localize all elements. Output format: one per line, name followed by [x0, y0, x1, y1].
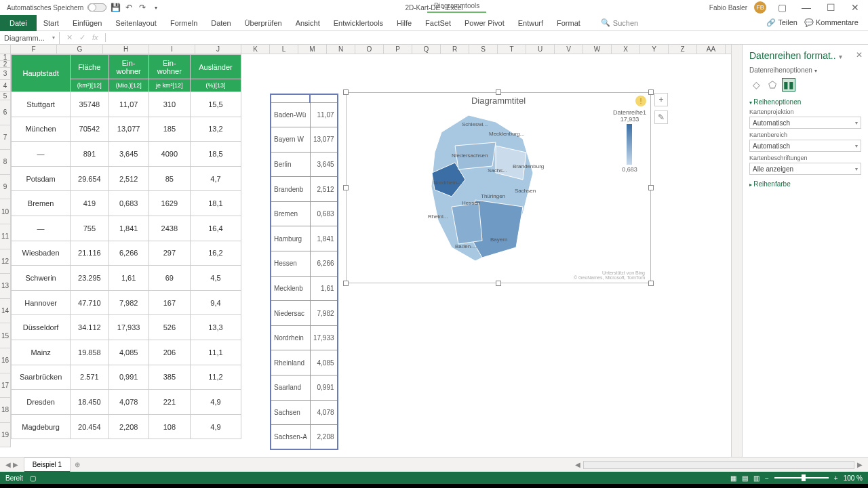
row-header[interactable]: 18 [0, 398, 11, 423]
vertical-scrollbar[interactable] [731, 45, 742, 457]
resize-handle[interactable] [496, 89, 501, 95]
src-label[interactable]: Niedersac [271, 301, 310, 326]
tab-nav-icon[interactable]: ◀ ▶ [0, 461, 24, 468]
table-header[interactable]: Ausländer [190, 55, 241, 79]
table-cell[interactable]: Schwerin [12, 266, 71, 291]
table-cell[interactable]: Mainz [12, 340, 71, 365]
table-cell[interactable]: 69 [149, 266, 190, 291]
col-header[interactable]: U [526, 45, 555, 54]
row-header[interactable]: 14 [0, 299, 11, 324]
src-value[interactable]: 11,07 [310, 102, 337, 127]
section-row-options[interactable]: Reihenoptionen [749, 98, 861, 106]
table-cell[interactable]: 385 [149, 365, 190, 390]
view-normal-icon[interactable]: ▦ [730, 474, 736, 482]
tab-überprüfen[interactable]: Überprüfen [238, 15, 289, 31]
zoom-out-icon[interactable]: − [765, 474, 769, 482]
resize-handle[interactable] [496, 281, 501, 286]
src-value[interactable]: 17,933 [310, 325, 337, 350]
table-cell[interactable]: 13,3 [190, 315, 241, 340]
redo-icon[interactable]: ↷ [138, 3, 147, 12]
src-value[interactable]: 4,085 [310, 350, 337, 375]
table-cell[interactable]: 16,4 [190, 216, 241, 241]
table-cell[interactable]: 23.295 [71, 266, 108, 291]
row-header[interactable]: 9 [0, 175, 11, 200]
src-value[interactable]: 3,645 [310, 152, 337, 177]
chart-warning-icon[interactable]: ! [635, 96, 646, 106]
col-header[interactable]: V [555, 45, 583, 54]
minimize-icon[interactable]: — [797, 2, 815, 13]
table-cell[interactable]: 29.654 [71, 166, 108, 191]
src-value[interactable]: 1,841 [310, 226, 337, 251]
row-header[interactable]: 7 [0, 125, 11, 150]
src-label[interactable]: Rheinland [271, 350, 310, 375]
row-headers[interactable]: 12345678910111213141516171819 [0, 54, 11, 447]
table-cell[interactable]: 206 [149, 340, 190, 365]
table-cell[interactable]: 2438 [149, 216, 190, 241]
resize-handle[interactable] [648, 281, 654, 286]
col-header[interactable]: G [57, 45, 103, 54]
src-label[interactable]: Sachsen [271, 400, 310, 425]
table-cell[interactable]: München [12, 117, 71, 142]
resize-handle[interactable] [648, 185, 654, 190]
src-value[interactable]: 13,077 [310, 127, 337, 152]
context-tab-group[interactable]: Diagrammtools [427, 2, 486, 13]
table-cell[interactable]: Magdeburg [12, 414, 71, 439]
table-cell[interactable]: 167 [149, 290, 190, 315]
col-header[interactable]: F [11, 45, 57, 54]
table-cell[interactable]: 13,2 [190, 117, 241, 142]
table-cell[interactable]: 17,933 [108, 315, 149, 340]
table-cell[interactable]: Dresden [12, 390, 71, 415]
table-cell[interactable]: 4090 [149, 142, 190, 167]
col-header[interactable]: P [384, 45, 412, 54]
src-value[interactable]: 2,208 [310, 425, 337, 450]
tab-entwurf[interactable]: Entwurf [511, 15, 550, 31]
table-cell[interactable]: 13,077 [108, 117, 149, 142]
table-subheader[interactable]: (%)[13] [190, 79, 241, 92]
table-cell[interactable]: 18,5 [190, 142, 241, 167]
table-cell[interactable]: 34.112 [71, 315, 108, 340]
table-cell[interactable]: 47.710 [71, 290, 108, 315]
col-header[interactable]: J [195, 45, 241, 54]
table-cell[interactable]: 185 [149, 117, 190, 142]
macro-record-icon[interactable]: ▢ [30, 474, 36, 482]
table-cell[interactable]: 755 [71, 216, 108, 241]
resize-handle[interactable] [343, 281, 349, 286]
table-cell[interactable]: 7,982 [108, 290, 149, 315]
user-avatar[interactable]: FB [754, 1, 766, 14]
src-value[interactable]: 0,683 [310, 201, 337, 226]
fill-line-icon[interactable]: ◇ [749, 78, 763, 92]
table-cell[interactable]: 2.571 [71, 365, 108, 390]
tab-ansicht[interactable]: Ansicht [289, 15, 327, 31]
horizontal-scrollbar[interactable]: ◀ ▶ [84, 461, 868, 469]
col-header[interactable]: K [241, 45, 270, 54]
src-label[interactable]: Bayern W [271, 127, 310, 152]
table-cell[interactable]: 4,085 [108, 340, 149, 365]
col-header[interactable]: O [355, 45, 384, 54]
name-box[interactable]: Diagramm...▾ [0, 32, 60, 44]
table-cell[interactable]: 0,991 [108, 365, 149, 390]
fx-icon[interactable]: fx [92, 33, 98, 42]
section-row-color[interactable]: Reihenfarbe [749, 180, 861, 188]
table-cell[interactable]: Potsdam [12, 166, 71, 191]
resize-handle[interactable] [648, 89, 654, 95]
tab-seitenlayout[interactable]: Seitenlayout [108, 15, 163, 31]
col-header[interactable]: AA [697, 45, 726, 54]
table-subheader[interactable]: (km²)[12] [71, 79, 108, 92]
table-cell[interactable]: 85 [149, 166, 190, 191]
col-header[interactable]: M [298, 45, 327, 54]
table-cell[interactable]: 21.116 [71, 241, 108, 266]
table-cell[interactable]: 11,07 [108, 92, 149, 117]
zoom-slider[interactable] [774, 477, 829, 479]
table-cell[interactable]: 419 [71, 191, 108, 216]
table-cell[interactable]: 4,078 [108, 390, 149, 415]
table-cell[interactable]: 526 [149, 315, 190, 340]
table-cell[interactable]: 297 [149, 241, 190, 266]
row-header[interactable]: 4 [0, 80, 11, 92]
src-value[interactable]: 6,266 [310, 251, 337, 277]
src-label[interactable]: Berlin [271, 152, 310, 177]
src-label[interactable]: Nordrhein [271, 325, 310, 350]
row-header[interactable]: 5 [0, 92, 11, 100]
chart-elements-icon[interactable]: + [654, 93, 668, 106]
col-header[interactable]: Q [412, 45, 441, 54]
table-cell[interactable]: 1,61 [108, 266, 149, 291]
